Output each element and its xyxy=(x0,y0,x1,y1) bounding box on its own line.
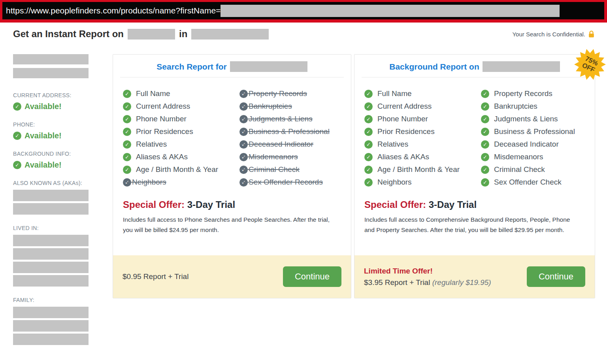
availability-text: Available! xyxy=(25,131,62,140)
check-icon: ✓ xyxy=(364,115,373,123)
feature-list: ✓Full Name✓Current Address✓Phone Number✓… xyxy=(123,87,239,189)
search-report-title: Search Report for xyxy=(113,55,351,77)
feature-item: ✓Bankruptcies xyxy=(239,100,292,113)
redacted-line xyxy=(13,334,89,345)
limited-offer-block: Limited Time Offer! $3.95 Report + Trial… xyxy=(364,267,491,287)
check-icon: ✓ xyxy=(239,140,248,149)
feature-item: ✓Judgments & Liens xyxy=(239,113,313,125)
feature-item: ✓Deceased Indicator xyxy=(239,138,313,151)
card-footer: $0.95 Report + Trial Continue xyxy=(113,255,351,298)
feature-label: Full Name xyxy=(377,89,412,98)
feature-item: ✓Sex Offender Check xyxy=(481,176,562,189)
availability-status: ✓Available! xyxy=(13,131,89,140)
feature-label: Current Address xyxy=(377,102,432,111)
feature-label: Bankruptcies xyxy=(249,102,292,111)
feature-label: Misdemeanors xyxy=(494,153,543,161)
redacted-name-line xyxy=(13,68,89,78)
card-title-text: Search Report for xyxy=(156,62,226,72)
check-icon: ✓ xyxy=(364,90,373,98)
card-title-redaction-box xyxy=(230,61,307,72)
feature-item: ✓Phone Number xyxy=(123,113,187,125)
check-icon: ✓ xyxy=(481,102,489,111)
sidebar-section: PHONE:✓Available! xyxy=(13,121,89,140)
continue-button-background[interactable]: Continue xyxy=(527,266,585,287)
card-title-text: Background Report on xyxy=(389,62,479,72)
availability-text: Available! xyxy=(25,160,62,170)
sidebar: CURRENT ADDRESS:✓Available!PHONE:✓Availa… xyxy=(13,54,89,347)
check-icon: ✓ xyxy=(123,128,131,136)
check-icon: ✓ xyxy=(364,153,373,161)
check-icon: ✓ xyxy=(364,166,373,174)
limited-offer-label: Limited Time Offer! xyxy=(364,267,491,275)
feature-label: Misdemeanors xyxy=(249,153,298,161)
sidebar-section-label: BACKGROUND INFO: xyxy=(13,151,89,157)
feature-item: ✓Phone Number xyxy=(364,113,428,125)
check-icon: ✓ xyxy=(239,153,248,161)
redacted-line xyxy=(13,235,89,246)
address-bar[interactable]: https://www.peoplefinders.com/products/n… xyxy=(0,0,607,23)
feature-label: Current Address xyxy=(136,102,190,111)
feature-item: ✓Business & Professional xyxy=(481,125,575,138)
check-icon: ✓ xyxy=(123,102,131,111)
feature-item: ✓Full Name xyxy=(123,87,170,100)
feature-label: Full Name xyxy=(136,89,170,98)
redacted-line xyxy=(13,248,89,260)
check-icon: ✓ xyxy=(13,102,21,111)
feature-item: ✓Aliases & AKAs xyxy=(364,151,429,163)
regular-price-note: (regularly $19.95) xyxy=(432,278,491,287)
redacted-line xyxy=(13,190,89,201)
address-bar-field[interactable]: https://www.peoplefinders.com/products/n… xyxy=(2,2,604,19)
check-icon: ✓ xyxy=(364,178,373,187)
feature-label: Business & Professional xyxy=(249,127,330,136)
page-title: Get an Instant Report on in xyxy=(13,28,269,40)
feature-item: ✓Neighbors xyxy=(364,176,412,189)
sidebar-section-label: CURRENT ADDRESS: xyxy=(13,92,89,98)
check-icon: ✓ xyxy=(364,128,373,136)
offer-name: 3-Day Trial xyxy=(429,199,477,210)
feature-lists: ✓Full Name✓Current Address✓Phone Number✓… xyxy=(113,77,351,189)
feature-lists: ✓Full Name✓Current Address✓Phone Number✓… xyxy=(354,77,595,189)
page-title-connector: in xyxy=(179,28,187,40)
sidebar-section-label: FAMILY: xyxy=(13,297,89,303)
special-offer: Special Offer: 3-Day Trial Includes full… xyxy=(113,199,351,235)
continue-button-search[interactable]: Continue xyxy=(283,266,341,287)
feature-item: ✓Prior Residences xyxy=(123,125,193,138)
feature-label: Deceased Indicator xyxy=(494,140,559,149)
check-icon: ✓ xyxy=(481,90,489,98)
feature-label: Relatives xyxy=(377,140,408,149)
feature-label: Neighbors xyxy=(132,178,166,187)
sidebar-name-redactions xyxy=(13,54,89,78)
check-icon: ✓ xyxy=(239,115,248,123)
feature-item: ✓Deceased Indicator xyxy=(481,138,559,151)
search-report-card: Search Report for ✓Full Name✓Current Add… xyxy=(113,54,351,298)
check-icon: ✓ xyxy=(123,153,131,161)
feature-label: Judgments & Liens xyxy=(249,115,313,123)
page-header: Get an Instant Report on in Your Search … xyxy=(13,28,595,40)
url-redaction-box xyxy=(221,5,560,17)
feature-label: Relatives xyxy=(136,140,167,149)
name-redaction-box xyxy=(128,29,175,40)
feature-label: Business & Professional xyxy=(494,127,575,136)
price-text: $3.95 Report + Trial (regularly $19.95) xyxy=(364,278,491,287)
feature-item: ✓Business & Professional xyxy=(239,125,330,138)
feature-label: Criminal Check xyxy=(249,165,300,174)
feature-item: ✓Current Address xyxy=(123,100,190,113)
sidebar-section: LIVED IN: xyxy=(13,225,89,287)
feature-label: Age / Birth Month & Year xyxy=(136,165,218,174)
main-content: CURRENT ADDRESS:✓Available!PHONE:✓Availa… xyxy=(13,54,607,347)
check-icon: ✓ xyxy=(481,140,489,149)
feature-label: Criminal Check xyxy=(494,165,545,174)
sidebar-section-label: PHONE: xyxy=(13,121,89,128)
feature-item: ✓Full Name xyxy=(364,87,412,100)
offer-description: Includes full access to Comprehensive Ba… xyxy=(364,215,585,235)
redacted-line xyxy=(13,275,89,287)
sidebar-sections: CURRENT ADDRESS:✓Available!PHONE:✓Availa… xyxy=(13,92,89,345)
feature-label: Age / Birth Month & Year xyxy=(377,165,460,174)
availability-status: ✓Available! xyxy=(13,102,89,111)
starburst-icon: 75% OFF xyxy=(574,47,606,82)
url-text: https://www.peoplefinders.com/products/n… xyxy=(6,6,221,15)
check-icon: ✓ xyxy=(123,178,131,187)
sidebar-section: BACKGROUND INFO:✓Available! xyxy=(13,151,89,170)
sidebar-section: FAMILY: xyxy=(13,297,89,345)
feature-label: Phone Number xyxy=(377,115,428,123)
